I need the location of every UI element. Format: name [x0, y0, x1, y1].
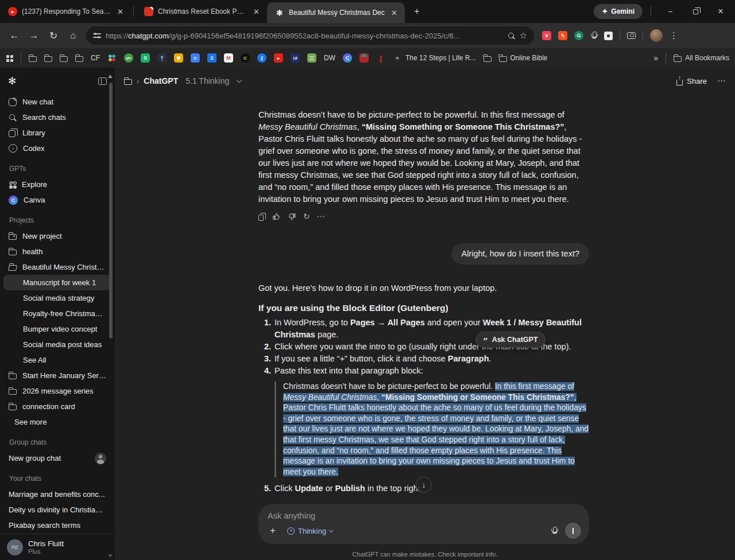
bookmark-item[interactable]: ✦ The 12 Steps | Life R... — [393, 53, 476, 63]
sidebar-project-item[interactable]: Royalty-free Christmas ... — [3, 306, 111, 321]
sidebar-gpt-item[interactable]: C Explore — [3, 177, 111, 192]
bookmark-item[interactable] — [483, 55, 492, 62]
scroll-down-icon[interactable] — [108, 554, 113, 558]
chat-history-item[interactable]: Pixabay search terms — [3, 518, 111, 533]
browser-profile-avatar[interactable] — [650, 29, 663, 42]
bookmark-item[interactable]: ʃ — [376, 53, 385, 63]
scrollbar-thumb[interactable] — [109, 83, 113, 339]
sidebar-project-item[interactable]: See All — [3, 352, 111, 368]
share-button[interactable]: Share — [676, 77, 707, 85]
bookmark-item[interactable]: Online Bible — [499, 54, 548, 62]
bookmark-item[interactable] — [44, 55, 52, 62]
sidebar-nav-item[interactable]: Library — [3, 125, 111, 141]
url-text[interactable]: https://chatgpt.com/g/g-p-6904156ef5e481… — [106, 32, 503, 40]
message-input[interactable] — [268, 511, 580, 520]
bookmark-item[interactable]: S — [141, 53, 150, 63]
sidebar-scrollbar[interactable] — [108, 75, 113, 558]
regenerate-icon[interactable]: ↻ — [303, 211, 310, 223]
sidebar-nav-item[interactable]: New chat — [3, 94, 111, 110]
ask-chatgpt-button[interactable]: ” Ask ChatGPT — [475, 332, 546, 348]
gemini-button[interactable]: ✦ Gemini — [594, 4, 643, 19]
new-tab-button[interactable]: + — [409, 4, 424, 19]
bookmark-item[interactable] — [359, 53, 369, 63]
thumbs-down-icon[interactable] — [288, 212, 296, 221]
copy-icon[interactable] — [258, 215, 264, 221]
scroll-to-bottom-button[interactable]: ↓ — [416, 477, 432, 493]
bookmark-item[interactable]: ▸ — [274, 53, 283, 63]
bookmark-item[interactable]: M — [224, 53, 233, 63]
orange-extension-icon[interactable] — [558, 31, 567, 40]
voice-mode-button[interactable] — [565, 523, 581, 539]
bookmark-item[interactable]: glo — [124, 53, 133, 63]
scroll-up-icon[interactable] — [108, 75, 113, 78]
conversation-more-icon[interactable]: ⋯ — [717, 76, 726, 86]
sidebar-project-item[interactable]: health — [3, 244, 111, 259]
search-icon[interactable] — [508, 32, 515, 40]
more-actions-icon[interactable]: ⋯ — [317, 211, 326, 223]
thinking-mode-selector[interactable]: Thinking — [285, 527, 335, 535]
sidebar-project-item[interactable]: Social media strategy — [3, 290, 111, 306]
model-version[interactable]: 5.1 Thinking — [185, 76, 229, 85]
bookmark-item[interactable]: UI — [291, 53, 300, 63]
sidebar-toggle-icon[interactable] — [98, 77, 107, 85]
chevron-down-icon[interactable] — [237, 77, 242, 83]
sidebar-project-item[interactable]: Social media post ideas — [3, 337, 111, 352]
sidebar-project-item[interactable]: 2026 message series — [3, 383, 111, 399]
all-bookmarks-button[interactable]: All Bookmarks — [674, 54, 729, 62]
sidebar-project-item[interactable]: connection card — [3, 399, 111, 414]
bookmark-item[interactable] — [174, 53, 183, 63]
sidebar-project-item[interactable]: See more — [3, 414, 111, 430]
bookmarks-overflow-button[interactable]: » — [654, 53, 659, 63]
tab-youtube[interactable]: ▸ (1237) Responding To Sean And ✕ — [0, 0, 131, 23]
tab-chatgpt-active[interactable]: ✻ Beautiful Messy Christmas Dec ✕ — [267, 2, 405, 23]
bookmark-item[interactable]: C — [241, 53, 250, 63]
bookmark-item[interactable]: CF — [91, 54, 100, 62]
bookmark-item[interactable]: DW — [324, 54, 335, 62]
close-tab-icon[interactable]: ✕ — [115, 7, 125, 16]
sidebar-project-item[interactable]: Beautiful Messy Christmas ... — [3, 259, 111, 275]
extensions-puzzle-icon[interactable] — [604, 32, 613, 40]
project-folder-icon[interactable] — [124, 79, 132, 85]
sidebar-project-item[interactable]: Manuscript for week 1 — [3, 275, 111, 290]
bookmark-item[interactable] — [75, 55, 83, 62]
bookmark-item[interactable] — [107, 53, 117, 63]
bookmark-item[interactable]: ≡ — [191, 53, 200, 63]
sidebar-project-item[interactable]: Bumper video concept — [3, 321, 111, 337]
breadcrumb[interactable]: ChatGPT — [144, 76, 178, 85]
sidebar-nav-item[interactable]: Search chats — [3, 110, 111, 125]
back-button[interactable]: ← — [5, 26, 24, 45]
minimize-button[interactable]: − — [659, 3, 681, 20]
close-tab-icon[interactable]: ✕ — [389, 9, 399, 17]
account-button[interactable]: RE Chris Fluitt Plus — [0, 534, 115, 560]
bookmark-item[interactable] — [29, 55, 37, 62]
forward-button[interactable]: → — [24, 26, 44, 45]
chat-history-item[interactable]: Deity vs divinity in Christiani... — [3, 502, 111, 518]
chat-history-item[interactable]: Marriage and benefits conc... — [3, 487, 111, 502]
bookmark-item[interactable]: f — [257, 53, 266, 63]
site-info-icon[interactable] — [93, 33, 101, 38]
bookmark-item[interactable] — [307, 53, 316, 63]
dictate-mic-icon[interactable] — [551, 527, 558, 535]
restore-button[interactable] — [684, 3, 706, 20]
pocket-extension-icon[interactable] — [542, 31, 551, 40]
address-bar[interactable]: https://chatgpt.com/g/g-p-6904156ef5e481… — [86, 26, 534, 45]
close-tab-icon[interactable]: ✕ — [252, 7, 261, 16]
thumbs-up-icon[interactable] — [272, 212, 281, 221]
bookmark-item[interactable] — [60, 55, 68, 62]
tab-search-icon[interactable] — [627, 32, 636, 39]
close-window-button[interactable]: × — [710, 3, 732, 20]
tab-pdf[interactable]: Christmas Reset Ebook PRINT.p ✕ — [136, 0, 267, 23]
bookmark-item[interactable]: † — [157, 53, 167, 63]
sidebar-nav-item[interactable]: Codex — [3, 141, 111, 156]
bookmark-item[interactable]: 2 — [207, 53, 216, 63]
grammarly-extension-icon[interactable] — [574, 31, 583, 40]
attach-plus-button[interactable]: + — [265, 523, 280, 538]
mic-icon[interactable] — [590, 32, 597, 40]
home-button[interactable]: ⌂ — [63, 26, 83, 45]
group-chat-item[interactable]: New group chat — [3, 450, 111, 466]
bookmark-item[interactable]: C — [343, 53, 352, 63]
reload-button[interactable]: ↻ — [44, 26, 63, 45]
browser-menu-icon[interactable]: ⋮ — [670, 30, 678, 41]
sidebar-project-item[interactable]: Start Here January Series — [3, 368, 111, 383]
sidebar-project-item[interactable]: New project — [3, 228, 111, 244]
